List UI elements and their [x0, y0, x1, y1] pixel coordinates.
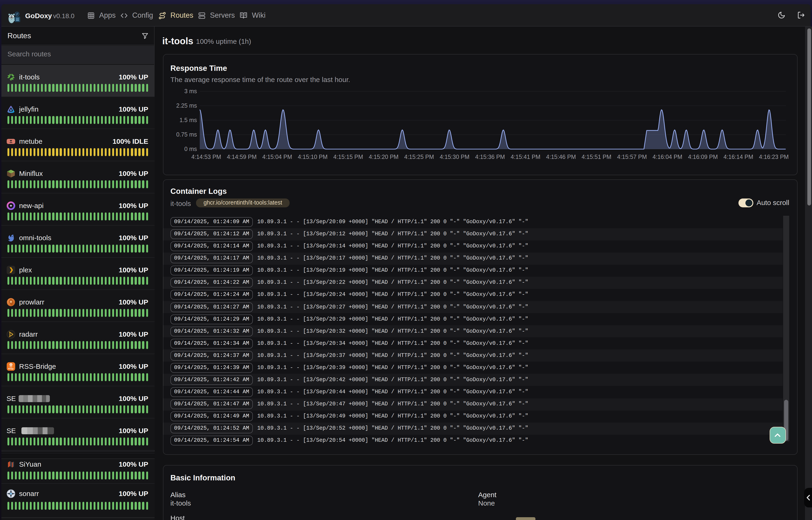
svg-text:Bridge: Bridge	[8, 367, 14, 369]
